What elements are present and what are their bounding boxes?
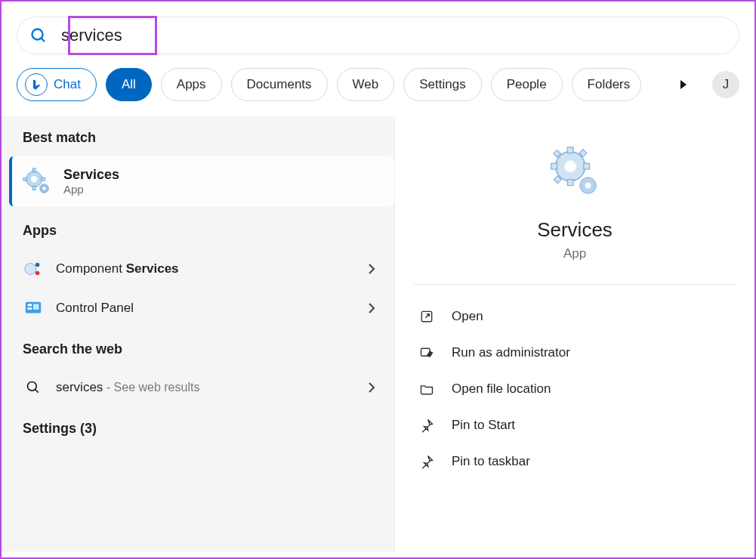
result-label: Control Panel (56, 301, 134, 316)
bing-icon (25, 73, 48, 96)
result-component-services[interactable]: Component Services (2, 249, 394, 289)
control-panel-icon (23, 298, 44, 319)
main-area: Best match Services App Apps (2, 116, 754, 551)
filter-documents[interactable]: Documents (231, 68, 328, 101)
filter-web-label: Web (353, 77, 379, 92)
action-label: Open (452, 309, 483, 324)
search-bar (17, 17, 739, 54)
svg-line-18 (35, 390, 39, 393)
result-control-panel[interactable]: Control Panel (2, 289, 394, 328)
user-avatar[interactable]: J (712, 71, 739, 98)
pin-icon (418, 454, 435, 469)
svg-rect-14 (28, 304, 32, 306)
more-filters-arrow-icon[interactable] (673, 74, 694, 95)
avatar-initial: J (723, 77, 730, 92)
best-match-subtitle: App (63, 183, 119, 196)
result-label: services - See web results (56, 380, 199, 395)
filter-apps[interactable]: Apps (161, 68, 222, 101)
search-input[interactable] (58, 24, 730, 47)
services-gear-icon (23, 167, 51, 196)
svg-point-9 (42, 187, 45, 190)
action-run-admin[interactable]: Run as administrator (414, 335, 736, 371)
svg-rect-5 (32, 187, 35, 190)
filter-chat[interactable]: Chat (17, 68, 97, 101)
open-icon (418, 309, 435, 324)
svg-line-1 (42, 39, 45, 42)
svg-point-20 (564, 160, 576, 172)
detail-pane: Services App Open Run as administrator (394, 116, 754, 551)
filter-chat-label: Chat (54, 77, 81, 92)
component-services-icon (23, 258, 44, 280)
svg-point-12 (35, 271, 40, 276)
filter-settings-label: Settings (419, 77, 465, 92)
filter-all-label: All (122, 77, 136, 92)
action-label: Pin to Start (452, 418, 515, 433)
action-label: Open file location (452, 381, 551, 397)
divider (414, 284, 736, 285)
search-icon (29, 26, 48, 45)
svg-rect-16 (33, 304, 39, 309)
filter-folders-label: Folders (588, 77, 631, 92)
action-pin-taskbar[interactable]: Pin to taskbar (414, 443, 736, 480)
settings-heading: Settings (3) (2, 407, 394, 447)
chevron-right-icon (367, 264, 376, 274)
filter-apps-label: Apps (177, 77, 206, 92)
action-open-location[interactable]: Open file location (414, 371, 736, 407)
filter-folders[interactable]: Folders (572, 68, 642, 101)
filter-web[interactable]: Web (337, 68, 395, 101)
action-open[interactable]: Open (414, 298, 736, 335)
action-label: Pin to taskbar (452, 454, 530, 469)
shield-admin-icon (418, 345, 435, 360)
svg-point-3 (31, 176, 38, 183)
svg-rect-15 (28, 307, 32, 310)
svg-rect-23 (551, 163, 557, 169)
best-match-result[interactable]: Services App (9, 156, 394, 206)
filter-all[interactable]: All (106, 68, 152, 101)
services-gear-icon-large (545, 143, 604, 202)
best-match-title: Services (63, 167, 119, 183)
action-label: Run as administrator (452, 345, 570, 360)
filter-people-label: People (507, 77, 547, 92)
filter-row: Chat All Apps Documents Web Settings Peo… (17, 68, 739, 101)
svg-point-29 (585, 183, 591, 189)
detail-title: Services (414, 218, 736, 242)
result-label: Component Services (56, 261, 179, 276)
apps-heading: Apps (2, 206, 394, 249)
result-web-search[interactable]: services - See web results (2, 368, 394, 407)
svg-point-11 (35, 263, 40, 267)
svg-rect-6 (23, 178, 27, 181)
detail-subtitle: App (414, 246, 736, 261)
svg-rect-4 (32, 168, 35, 172)
svg-rect-7 (42, 178, 45, 181)
filter-documents-label: Documents (247, 77, 312, 92)
svg-point-10 (25, 264, 36, 275)
best-match-heading: Best match (2, 130, 394, 156)
chevron-right-icon (367, 382, 376, 393)
folder-icon (418, 381, 435, 397)
filter-settings[interactable]: Settings (403, 68, 481, 101)
search-icon (23, 377, 44, 398)
results-pane: Best match Services App Apps (2, 116, 394, 551)
svg-point-17 (28, 382, 37, 391)
filter-people[interactable]: People (491, 68, 563, 101)
action-pin-start[interactable]: Pin to Start (414, 407, 736, 443)
svg-rect-24 (584, 163, 590, 169)
svg-rect-21 (567, 147, 573, 153)
chevron-right-icon (367, 303, 376, 313)
svg-rect-22 (567, 180, 573, 186)
pin-icon (418, 418, 435, 433)
svg-point-0 (32, 29, 43, 40)
web-heading: Search the web (2, 328, 394, 368)
